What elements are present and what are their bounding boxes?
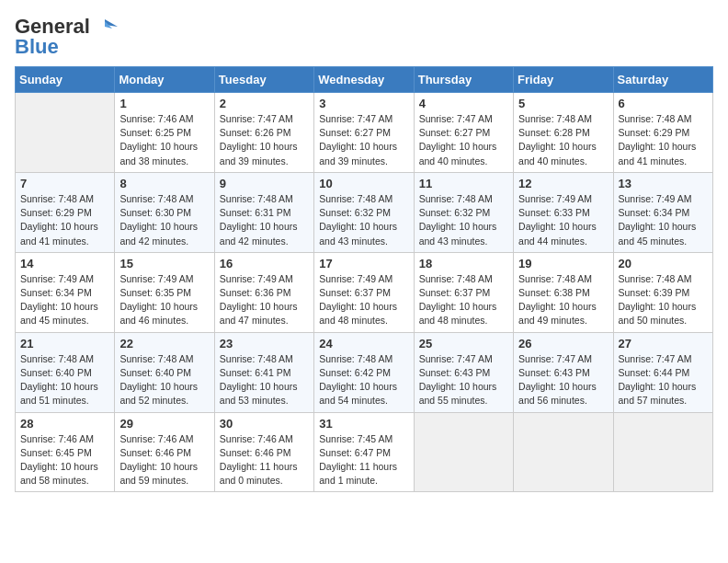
col-header-thursday: Thursday — [414, 67, 513, 93]
day-number: 21 — [20, 337, 109, 350]
day-cell: 21Sunrise: 7:48 AMSunset: 6:40 PMDayligh… — [16, 332, 115, 412]
week-row-5: 28Sunrise: 7:46 AMSunset: 6:45 PMDayligh… — [16, 412, 713, 492]
day-info: Sunrise: 7:47 AMSunset: 6:44 PMDaylight:… — [619, 352, 708, 408]
day-number: 25 — [419, 337, 508, 350]
day-info: Sunrise: 7:49 AMSunset: 6:33 PMDaylight:… — [518, 192, 608, 248]
col-header-friday: Friday — [514, 67, 613, 93]
day-info: Sunrise: 7:45 AMSunset: 6:47 PMDaylight:… — [319, 432, 408, 488]
day-number: 22 — [119, 337, 209, 350]
day-cell: 29Sunrise: 7:46 AMSunset: 6:46 PMDayligh… — [115, 412, 214, 492]
day-number: 18 — [419, 257, 508, 270]
day-info: Sunrise: 7:49 AMSunset: 6:34 PMDaylight:… — [619, 192, 708, 248]
day-cell: 17Sunrise: 7:49 AMSunset: 6:37 PMDayligh… — [314, 252, 414, 332]
day-cell — [514, 412, 613, 492]
header-row: SundayMondayTuesdayWednesdayThursdayFrid… — [16, 67, 713, 93]
day-info: Sunrise: 7:48 AMSunset: 6:32 PMDaylight:… — [419, 192, 508, 248]
day-cell: 24Sunrise: 7:48 AMSunset: 6:42 PMDayligh… — [314, 332, 414, 412]
day-number: 12 — [518, 177, 608, 190]
day-info: Sunrise: 7:48 AMSunset: 6:29 PMDaylight:… — [20, 192, 109, 248]
day-info: Sunrise: 7:48 AMSunset: 6:37 PMDaylight:… — [419, 272, 508, 328]
week-row-2: 7Sunrise: 7:48 AMSunset: 6:29 PMDaylight… — [16, 172, 713, 252]
day-info: Sunrise: 7:49 AMSunset: 6:34 PMDaylight:… — [20, 272, 109, 328]
day-info: Sunrise: 7:48 AMSunset: 6:40 PMDaylight:… — [119, 352, 209, 408]
day-cell: 13Sunrise: 7:49 AMSunset: 6:34 PMDayligh… — [613, 172, 712, 252]
day-number: 30 — [220, 417, 309, 431]
day-number: 26 — [518, 337, 608, 350]
day-cell: 5Sunrise: 7:48 AMSunset: 6:28 PMDaylight… — [514, 93, 613, 173]
day-info: Sunrise: 7:47 AMSunset: 6:27 PMDaylight:… — [419, 112, 508, 168]
day-cell: 12Sunrise: 7:49 AMSunset: 6:33 PMDayligh… — [514, 172, 613, 252]
day-cell: 26Sunrise: 7:47 AMSunset: 6:43 PMDayligh… — [514, 332, 613, 412]
day-cell: 8Sunrise: 7:48 AMSunset: 6:30 PMDaylight… — [115, 172, 214, 252]
day-number: 19 — [518, 257, 608, 270]
day-cell: 25Sunrise: 7:47 AMSunset: 6:43 PMDayligh… — [414, 332, 513, 412]
day-cell — [16, 93, 115, 173]
day-cell: 7Sunrise: 7:48 AMSunset: 6:29 PMDaylight… — [16, 172, 115, 252]
day-number: 4 — [419, 97, 508, 110]
day-info: Sunrise: 7:48 AMSunset: 6:39 PMDaylight:… — [619, 272, 708, 328]
col-header-tuesday: Tuesday — [214, 67, 313, 93]
day-info: Sunrise: 7:47 AMSunset: 6:43 PMDaylight:… — [419, 352, 508, 408]
day-cell: 23Sunrise: 7:48 AMSunset: 6:41 PMDayligh… — [214, 332, 313, 412]
day-info: Sunrise: 7:48 AMSunset: 6:30 PMDaylight:… — [119, 192, 209, 248]
col-header-wednesday: Wednesday — [314, 67, 414, 93]
day-info: Sunrise: 7:48 AMSunset: 6:41 PMDaylight:… — [220, 352, 309, 408]
day-number: 16 — [220, 257, 309, 270]
day-cell: 18Sunrise: 7:48 AMSunset: 6:37 PMDayligh… — [414, 252, 513, 332]
day-number: 13 — [619, 177, 708, 190]
day-info: Sunrise: 7:47 AMSunset: 6:27 PMDaylight:… — [319, 112, 408, 168]
day-cell: 4Sunrise: 7:47 AMSunset: 6:27 PMDaylight… — [414, 93, 513, 173]
day-info: Sunrise: 7:47 AMSunset: 6:43 PMDaylight:… — [518, 352, 608, 408]
day-number: 9 — [220, 177, 309, 190]
day-number: 17 — [319, 257, 408, 270]
day-number: 28 — [20, 417, 109, 431]
day-cell: 28Sunrise: 7:46 AMSunset: 6:45 PMDayligh… — [16, 412, 115, 492]
day-number: 31 — [319, 417, 408, 431]
page-header: General Blue — [15, 15, 713, 59]
day-cell — [414, 412, 513, 492]
day-cell: 2Sunrise: 7:47 AMSunset: 6:26 PMDaylight… — [214, 93, 313, 173]
day-info: Sunrise: 7:49 AMSunset: 6:36 PMDaylight:… — [220, 272, 309, 328]
day-number: 8 — [119, 177, 209, 190]
col-header-monday: Monday — [115, 67, 214, 93]
day-number: 24 — [319, 337, 408, 350]
day-number: 3 — [319, 97, 408, 110]
day-cell: 15Sunrise: 7:49 AMSunset: 6:35 PMDayligh… — [115, 252, 214, 332]
logo-bird-icon — [92, 17, 118, 36]
logo: General Blue — [15, 15, 118, 59]
day-cell: 3Sunrise: 7:47 AMSunset: 6:27 PMDaylight… — [314, 93, 414, 173]
day-info: Sunrise: 7:47 AMSunset: 6:26 PMDaylight:… — [220, 112, 309, 168]
day-number: 7 — [20, 177, 109, 190]
calendar-table: SundayMondayTuesdayWednesdayThursdayFrid… — [15, 66, 713, 492]
day-number: 11 — [419, 177, 508, 190]
day-number: 20 — [619, 257, 708, 270]
day-info: Sunrise: 7:48 AMSunset: 6:28 PMDaylight:… — [518, 112, 608, 168]
day-number: 2 — [220, 97, 309, 110]
day-cell: 20Sunrise: 7:48 AMSunset: 6:39 PMDayligh… — [613, 252, 712, 332]
day-cell: 14Sunrise: 7:49 AMSunset: 6:34 PMDayligh… — [16, 252, 115, 332]
day-number: 5 — [518, 97, 608, 110]
day-info: Sunrise: 7:46 AMSunset: 6:25 PMDaylight:… — [119, 112, 209, 168]
day-cell: 16Sunrise: 7:49 AMSunset: 6:36 PMDayligh… — [214, 252, 313, 332]
day-cell: 10Sunrise: 7:48 AMSunset: 6:32 PMDayligh… — [314, 172, 414, 252]
day-info: Sunrise: 7:49 AMSunset: 6:35 PMDaylight:… — [119, 272, 209, 328]
day-cell: 30Sunrise: 7:46 AMSunset: 6:46 PMDayligh… — [214, 412, 313, 492]
day-cell: 22Sunrise: 7:48 AMSunset: 6:40 PMDayligh… — [115, 332, 214, 412]
day-cell: 19Sunrise: 7:48 AMSunset: 6:38 PMDayligh… — [514, 252, 613, 332]
day-number: 10 — [319, 177, 408, 190]
day-cell: 6Sunrise: 7:48 AMSunset: 6:29 PMDaylight… — [613, 93, 712, 173]
day-info: Sunrise: 7:46 AMSunset: 6:45 PMDaylight:… — [20, 432, 109, 488]
day-number: 1 — [119, 97, 209, 110]
day-cell: 9Sunrise: 7:48 AMSunset: 6:31 PMDaylight… — [214, 172, 313, 252]
day-info: Sunrise: 7:48 AMSunset: 6:38 PMDaylight:… — [518, 272, 608, 328]
day-cell: 27Sunrise: 7:47 AMSunset: 6:44 PMDayligh… — [613, 332, 712, 412]
week-row-4: 21Sunrise: 7:48 AMSunset: 6:40 PMDayligh… — [16, 332, 713, 412]
logo-blue: Blue — [15, 35, 59, 59]
day-cell: 1Sunrise: 7:46 AMSunset: 6:25 PMDaylight… — [115, 93, 214, 173]
day-number: 15 — [119, 257, 209, 270]
day-number: 23 — [220, 337, 309, 350]
col-header-saturday: Saturday — [613, 67, 712, 93]
day-info: Sunrise: 7:48 AMSunset: 6:32 PMDaylight:… — [319, 192, 408, 248]
day-number: 29 — [119, 417, 209, 431]
day-info: Sunrise: 7:46 AMSunset: 6:46 PMDaylight:… — [220, 432, 309, 488]
